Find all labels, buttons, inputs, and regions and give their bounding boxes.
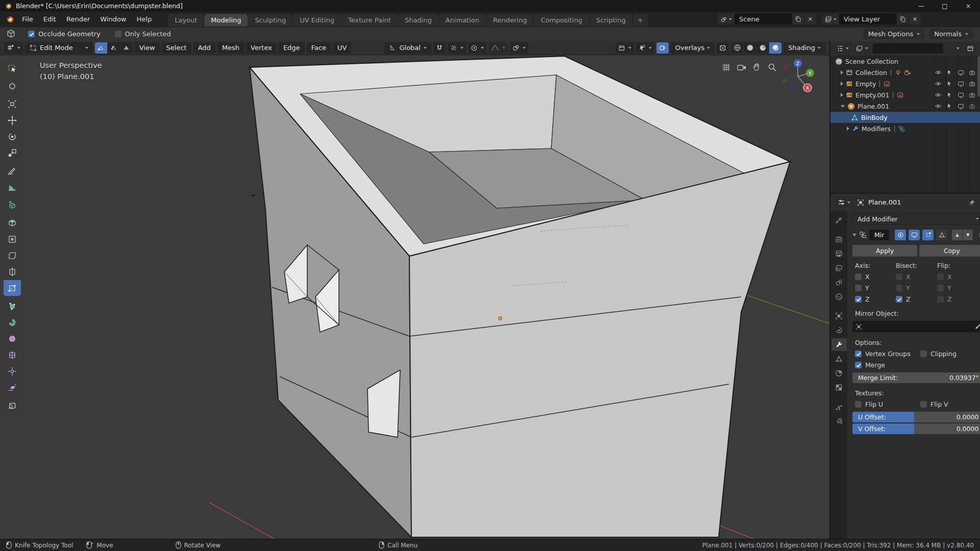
outliner-row-collection[interactable]: Collection — [830, 67, 980, 78]
cursor-tool[interactable] — [4, 78, 21, 94]
hide-eye-toggle[interactable] — [933, 67, 944, 78]
selectable-toggle[interactable] — [944, 67, 955, 78]
tab-modeling[interactable]: Modeling — [204, 14, 248, 27]
menu-window[interactable]: Window — [95, 12, 131, 27]
tab-material[interactable] — [831, 367, 847, 380]
modifier-on-cage-toggle[interactable] — [936, 230, 947, 240]
perspective-grid-icon[interactable] — [721, 62, 731, 72]
add-modifier-dropdown[interactable]: Add Modifier — [852, 213, 980, 225]
tab-view-layer[interactable] — [831, 262, 847, 274]
u-offset-slider[interactable]: U Offset: 0.0000 — [852, 412, 980, 422]
tab-world[interactable] — [831, 290, 847, 303]
scene-name[interactable]: Scene — [735, 14, 792, 24]
tab-animation[interactable]: Animation — [439, 14, 486, 27]
solid-shading-button[interactable] — [744, 42, 756, 54]
hide-eye-toggle[interactable] — [933, 78, 944, 89]
tab-rendering[interactable]: Rendering — [486, 14, 533, 27]
copy-button[interactable]: Copy — [919, 245, 980, 257]
scale-tool[interactable] — [4, 145, 21, 161]
only-selected-checkbox[interactable]: Only Selected — [115, 30, 171, 38]
minimize-button[interactable]: — — [910, 0, 933, 12]
viewport-menu-uv[interactable]: UV — [333, 42, 351, 54]
render-disable-toggle[interactable] — [966, 78, 977, 89]
modifier-render-toggle[interactable] — [895, 230, 906, 240]
v-offset-slider[interactable]: V Offset: 0.0000 — [852, 423, 980, 434]
snap-settings-dropdown[interactable] — [448, 42, 466, 54]
expand-icon[interactable] — [847, 127, 849, 131]
tab-texture[interactable] — [831, 381, 847, 394]
menu-edit[interactable]: Edit — [38, 12, 61, 27]
maximize-button[interactable]: □ — [933, 0, 957, 12]
rendered-shading-button[interactable] — [769, 42, 781, 54]
viewport-menu-vertex[interactable]: Vertex — [246, 42, 277, 54]
shear-tool[interactable] — [4, 380, 21, 395]
flip-v-checkbox[interactable]: Flip V — [920, 400, 948, 408]
tab-texture-paint[interactable]: Texture Paint — [341, 14, 398, 27]
selectable-toggle[interactable] — [944, 101, 955, 112]
gizmo-neg-y-ball[interactable] — [782, 78, 788, 84]
inset-faces-tool[interactable] — [4, 231, 21, 247]
occlude-geometry-checkbox[interactable]: Occlude Geometry — [28, 30, 101, 38]
move-tool[interactable] — [4, 112, 21, 128]
tab-tool[interactable] — [831, 214, 847, 227]
flip-x-checkbox[interactable]: X — [937, 273, 980, 281]
tab-scripting[interactable]: Scripting — [590, 14, 632, 27]
transform-tool[interactable] — [4, 96, 21, 112]
normals-dropdown[interactable]: Normals — [929, 29, 973, 39]
transform-orientation-dropdown[interactable]: Global — [384, 42, 431, 54]
viewport-menu-view[interactable]: View — [135, 42, 160, 54]
tab-compositing[interactable]: Compositing — [534, 14, 589, 27]
scene-new-button[interactable] — [792, 14, 804, 24]
annotate-tool[interactable] — [4, 163, 21, 179]
viewport-menu-edge[interactable]: Edge — [279, 42, 305, 54]
smooth-tool[interactable] — [4, 331, 21, 346]
viewport-menu-select[interactable]: Select — [162, 42, 191, 54]
bisect-x-checkbox[interactable]: X — [896, 273, 937, 281]
modifier-delete-button[interactable] — [977, 232, 980, 238]
viewport-disable-toggle[interactable] — [955, 101, 966, 112]
menu-render[interactable]: Render — [61, 12, 95, 27]
axis-z-checkbox[interactable]: Z — [855, 295, 896, 303]
merge-checkbox[interactable]: Merge — [852, 361, 980, 369]
modifier-move-down-button[interactable]: ▼ — [963, 230, 973, 240]
xray-toggle-button[interactable] — [717, 42, 729, 54]
modifier-editmode-toggle[interactable] — [922, 230, 934, 240]
modifier-viewport-toggle[interactable] — [909, 230, 920, 240]
hide-eye-toggle[interactable] — [933, 89, 944, 101]
outliner-row-empty-001[interactable]: Empty.001 — [830, 89, 980, 101]
menu-file[interactable]: File — [17, 12, 38, 27]
selectable-toggle[interactable] — [944, 78, 955, 89]
tab-shading[interactable]: Shading — [398, 14, 438, 27]
expand-icon[interactable] — [841, 93, 843, 97]
hide-eye-toggle[interactable] — [933, 101, 944, 112]
navigation-gizmo[interactable]: Z Y X — [777, 56, 818, 97]
outliner-row-empty[interactable]: Empty — [830, 78, 980, 89]
tab-layout[interactable]: Layout — [168, 14, 204, 27]
vertex-groups-checkbox[interactable]: Vertex Groups — [855, 350, 920, 358]
proportional-editing-dropdown[interactable] — [468, 42, 486, 54]
collapse-icon[interactable] — [841, 105, 845, 108]
vertex-select-mode-button[interactable] — [95, 42, 107, 54]
tab-particles[interactable] — [831, 400, 847, 413]
outliner-filter-dropdown[interactable] — [945, 43, 962, 54]
merge-limit-slider[interactable]: Merge Limit: 0.03937" — [852, 372, 980, 383]
proportional-falloff-dropdown[interactable] — [488, 42, 508, 54]
outliner-row-modifiers[interactable]: Modifiers — [830, 123, 980, 134]
view-layer-remove-button[interactable] — [909, 14, 921, 24]
zoom-magnifier-icon[interactable] — [767, 62, 777, 72]
rotate-tool[interactable] — [4, 129, 21, 144]
apply-button[interactable]: Apply — [852, 245, 917, 257]
tab-physics[interactable] — [831, 415, 847, 428]
tab-object-data[interactable] — [831, 353, 847, 365]
knife-tool[interactable] — [4, 280, 21, 296]
tab-object[interactable] — [831, 310, 847, 322]
modifier-move-up-button[interactable]: ▲ — [952, 230, 962, 240]
overlays-dropdown[interactable]: Overlays — [671, 42, 715, 54]
object-type-visibility-dropdown[interactable] — [616, 42, 634, 54]
gizmo-neg-x-ball[interactable] — [784, 64, 790, 70]
snap-toggle-button[interactable] — [433, 42, 446, 54]
material-preview-button[interactable] — [756, 42, 769, 54]
collapse-icon[interactable] — [852, 234, 856, 236]
measure-tool[interactable] — [4, 179, 21, 195]
flip-y-checkbox[interactable]: Y — [937, 284, 980, 292]
